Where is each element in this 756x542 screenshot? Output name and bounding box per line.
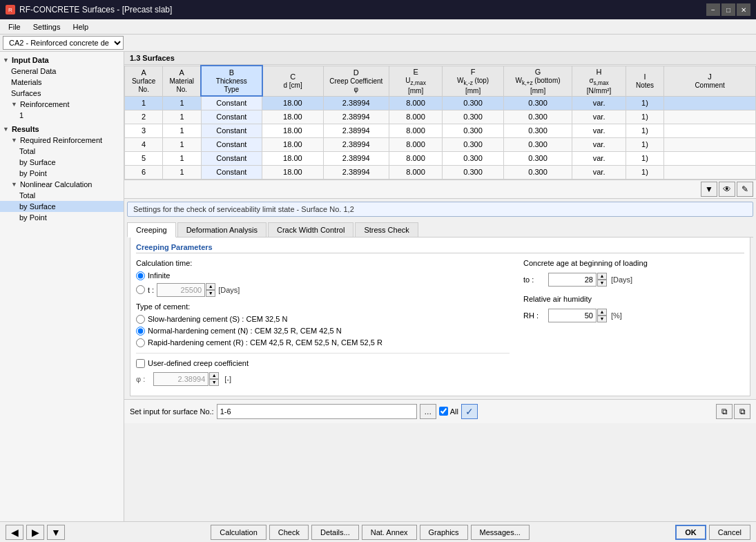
sidebar-item-reinforcement-1[interactable]: 1 xyxy=(0,110,124,121)
radio-normal-cement-input[interactable] xyxy=(136,327,145,336)
to-spin-up[interactable]: ▲ xyxy=(597,273,607,280)
filter-button[interactable]: ▼ xyxy=(701,182,717,197)
radio-slow-cement[interactable]: Slow-hardening cement (S) : CEM 32,5 N xyxy=(136,315,510,324)
radio-infinite[interactable]: Infinite xyxy=(136,271,510,280)
edit-button[interactable]: ✎ xyxy=(737,182,753,197)
sidebar-item-general-data[interactable]: General Data xyxy=(0,66,124,77)
col-header-c: Cd [cm] xyxy=(262,66,324,96)
radio-t-input[interactable] xyxy=(136,285,145,294)
view-button[interactable]: 👁 xyxy=(719,182,735,197)
sidebar-label-required-reinforcement: Required Reinforcement xyxy=(20,136,102,144)
nav-btn-3[interactable]: ▼ xyxy=(47,525,65,540)
creep-left: Calculation time: Infinite t : xyxy=(136,259,510,390)
sidebar-item-nonlinear-by-surface[interactable]: by Surface xyxy=(0,201,124,212)
t-spin-up[interactable]: ▲ xyxy=(206,283,215,290)
sidebar-item-results[interactable]: ▼ Results xyxy=(0,124,124,135)
col-header-i: INotes xyxy=(626,66,663,96)
calc-time-label: Calculation time: xyxy=(136,259,219,267)
radio-t-label: t : xyxy=(148,286,154,294)
col-header-a: ASurfaceNo. xyxy=(125,66,163,96)
check-button[interactable]: Check xyxy=(269,525,309,540)
phi-value-input[interactable]: 2.38994 xyxy=(153,372,209,386)
menu-help[interactable]: Help xyxy=(67,21,94,32)
sidebar-label-results: Results xyxy=(12,125,39,133)
user-creep-checkbox[interactable] xyxy=(136,359,145,368)
tab-crack-width[interactable]: Crack Width Control xyxy=(268,222,353,237)
sidebar-item-materials[interactable]: Materials xyxy=(0,77,124,88)
sidebar-item-by-surface[interactable]: by Surface xyxy=(0,157,124,168)
sidebar-item-total[interactable]: Total xyxy=(0,146,124,157)
bottom-center-buttons: Calculation Check Details... Nat. Annex … xyxy=(211,525,530,540)
section-header: 1.3 Surfaces xyxy=(124,52,756,65)
to-spinner: 28 ▲ ▼ xyxy=(548,273,607,287)
bottom-right-buttons: OK Cancel xyxy=(675,525,750,540)
t-value-input[interactable]: 25500 xyxy=(157,283,205,297)
sidebar-item-nonlinear-total[interactable]: Total xyxy=(0,190,124,201)
menu-file[interactable]: File xyxy=(3,21,26,32)
title-bar: R RF-CONCRETE Surfaces - [Precast slab] … xyxy=(0,0,756,19)
apply-button[interactable]: ✓ xyxy=(461,404,478,419)
tab-deformation-analysis[interactable]: Deformation Analysis xyxy=(177,222,266,237)
sidebar-item-by-point[interactable]: by Point xyxy=(0,168,124,179)
calculation-button[interactable]: Calculation xyxy=(211,525,266,540)
radio-rapid-cement[interactable]: Rapid-hardening cement (R) : CEM 42,5 R,… xyxy=(136,338,510,347)
phi-spin-down[interactable]: ▼ xyxy=(209,379,219,386)
main-layout: ▼ Input Data General Data Materials Surf… xyxy=(0,52,756,521)
table-row[interactable]: 11Constant18.002.389948.0000.3000.300var… xyxy=(125,96,756,110)
radio-slow-cement-input[interactable] xyxy=(136,315,145,324)
rh-spin-down[interactable]: ▼ xyxy=(597,316,607,322)
ok-button[interactable]: OK xyxy=(675,525,706,540)
to-label: to : xyxy=(523,275,544,284)
radio-infinite-input[interactable] xyxy=(136,271,145,280)
t-spinner-btns: ▲ ▼ xyxy=(206,283,215,297)
phi-spin-up[interactable]: ▲ xyxy=(209,372,219,379)
radio-t[interactable]: t : 25500 ▲ ▼ [Days] xyxy=(136,283,510,297)
table-row[interactable]: 31Constant18.002.389948.0000.3000.300var… xyxy=(125,124,756,137)
sidebar-item-input-data[interactable]: ▼ Input Data xyxy=(0,55,124,66)
sidebar-item-reinforcement[interactable]: ▼ Reinforcement xyxy=(0,99,124,110)
sidebar-item-nonlinear-by-point[interactable]: by Point xyxy=(0,212,124,223)
surface-set-label: Set input for surface No.: xyxy=(130,407,214,416)
sidebar-item-surfaces[interactable]: Surfaces xyxy=(0,88,124,99)
table-row[interactable]: 51Constant18.002.389948.0000.3000.300var… xyxy=(125,151,756,165)
rh-spin-up[interactable]: ▲ xyxy=(597,309,607,316)
to-value-input[interactable]: 28 xyxy=(548,273,597,287)
surface-select-button[interactable]: … xyxy=(420,404,436,419)
t-spin-down[interactable]: ▼ xyxy=(206,290,215,297)
table-row[interactable]: 61Constant18.002.389948.0000.3000.300var… xyxy=(125,165,756,179)
radio-normal-cement[interactable]: Normal-hardening cement (N) : CEM 32,5 R… xyxy=(136,327,510,336)
expand-icon-req-reinf: ▼ xyxy=(11,137,17,144)
surface-input-field[interactable]: 1-6 xyxy=(217,404,417,419)
expand-icon-reinforcement: ▼ xyxy=(11,101,17,108)
nav-btn-1[interactable]: ◀ xyxy=(6,525,23,540)
minimize-button[interactable]: − xyxy=(706,3,720,16)
menu-settings[interactable]: Settings xyxy=(28,21,66,32)
col-header-mat: AMaterialNo. xyxy=(163,66,201,96)
rh-value-input[interactable]: 50 xyxy=(548,309,597,322)
sidebar-item-nonlinear-calc[interactable]: ▼ Nonlinear Calculation xyxy=(0,179,124,190)
nat-annex-button[interactable]: Nat. Annex xyxy=(362,525,417,540)
nav-btn-2[interactable]: ▶ xyxy=(26,525,44,540)
cement-type-row: Type of cement: xyxy=(136,302,510,311)
graphics-button[interactable]: Graphics xyxy=(420,525,468,540)
all-checkbox-input[interactable] xyxy=(439,407,448,416)
table-row[interactable]: 41Constant18.002.389948.0000.3000.300var… xyxy=(125,137,756,151)
maximize-button[interactable]: □ xyxy=(721,3,735,16)
phi-spinner-btns: ▲ ▼ xyxy=(209,372,219,386)
tab-stress-check[interactable]: Stress Check xyxy=(355,222,418,237)
col-header-g: GWk,+z (bottom)[mm] xyxy=(503,66,572,96)
table-row[interactable]: 21Constant18.002.389948.0000.3000.300var… xyxy=(125,110,756,124)
paste-button[interactable]: ⧉ xyxy=(734,404,750,419)
radio-rapid-cement-input[interactable] xyxy=(136,338,145,347)
details-button[interactable]: Details... xyxy=(311,525,359,540)
to-spin-down[interactable]: ▼ xyxy=(597,280,607,287)
tab-creeping[interactable]: Creeping xyxy=(127,222,176,238)
case-dropdown[interactable]: CA2 - Reinforced concrete desi… xyxy=(3,36,124,50)
copy-button[interactable]: ⧉ xyxy=(716,404,733,419)
close-button[interactable]: ✕ xyxy=(737,3,750,16)
cancel-button[interactable]: Cancel xyxy=(709,525,750,540)
messages-button[interactable]: Messages... xyxy=(471,525,530,540)
sidebar-item-required-reinforcement[interactable]: ▼ Required Reinforcement xyxy=(0,135,124,146)
radio-infinite-label: Infinite xyxy=(148,271,170,280)
divider-1 xyxy=(136,353,510,354)
